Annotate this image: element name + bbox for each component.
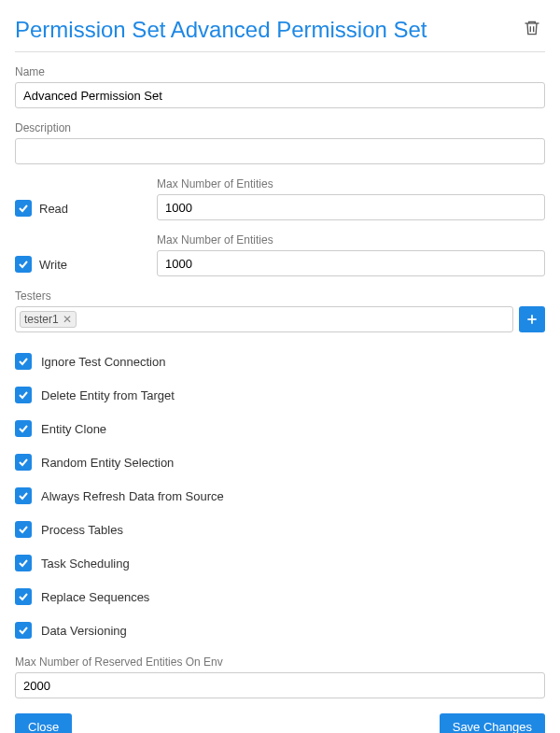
ignore-test-connection-checkbox[interactable] [15, 353, 32, 370]
reserved-label: Max Number of Reserved Entities On Env [15, 655, 545, 669]
divider [15, 51, 545, 52]
ignore-test-connection-label: Ignore Test Connection [41, 355, 165, 369]
page-title: Permission Set Advanced Permission Set [15, 15, 427, 44]
tester-tag-label: tester1 [24, 313, 59, 326]
data-versioning-checkbox[interactable] [15, 622, 32, 639]
write-max-input[interactable] [157, 250, 545, 276]
delete-entity-checkbox[interactable] [15, 387, 32, 403]
write-max-label: Max Number of Entities [157, 233, 545, 247]
random-entity-label: Random Entity Selection [41, 456, 174, 470]
process-tables-checkbox[interactable] [15, 521, 32, 538]
replace-sequences-label: Replace Sequences [41, 590, 149, 604]
write-label: Write [39, 258, 67, 272]
description-label: Description [15, 121, 545, 134]
name-label: Name [15, 65, 545, 78]
testers-label: Testers [15, 289, 545, 303]
read-max-label: Max Number of Entities [157, 177, 545, 190]
add-tester-button[interactable] [519, 306, 545, 332]
task-scheduling-label: Task Scheduling [41, 557, 130, 571]
data-versioning-label: Data Versioning [41, 624, 127, 638]
replace-sequences-checkbox[interactable] [15, 588, 32, 605]
testers-input[interactable]: tester1 ✕ [15, 306, 513, 332]
always-refresh-checkbox[interactable] [15, 487, 32, 504]
task-scheduling-checkbox[interactable] [15, 555, 32, 571]
delete-entity-label: Delete Entity from Target [41, 388, 175, 402]
delete-icon[interactable] [519, 15, 545, 44]
save-changes-button[interactable]: Save Changes [440, 713, 545, 733]
entity-clone-checkbox[interactable] [15, 420, 32, 437]
read-checkbox[interactable] [15, 200, 32, 217]
always-refresh-label: Always Refresh Data from Source [41, 489, 224, 503]
description-input[interactable] [15, 138, 545, 164]
entity-clone-label: Entity Clone [41, 422, 106, 436]
tester-tag: tester1 ✕ [20, 311, 77, 328]
remove-tag-icon[interactable]: ✕ [63, 314, 72, 325]
read-max-input[interactable] [157, 194, 545, 220]
write-checkbox[interactable] [15, 256, 32, 273]
random-entity-checkbox[interactable] [15, 454, 32, 471]
read-label: Read [39, 202, 68, 216]
close-button[interactable]: Close [15, 713, 72, 733]
name-input[interactable] [15, 82, 545, 108]
process-tables-label: Process Tables [41, 523, 123, 537]
reserved-input[interactable] [15, 672, 545, 698]
